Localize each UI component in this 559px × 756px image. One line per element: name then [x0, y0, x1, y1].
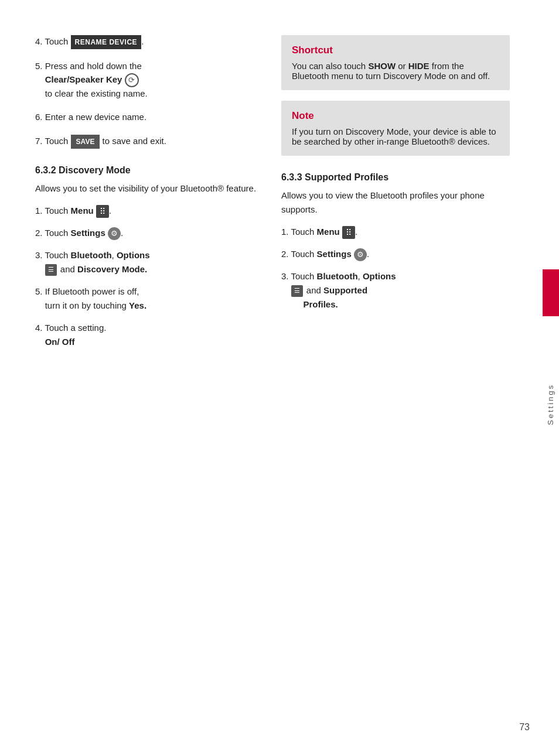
bluetooth-label-2: Bluetooth	[317, 271, 358, 281]
shortcut-body: You can also touch SHOW or HIDE from the…	[292, 61, 499, 81]
step-633-1: 1. Touch Menu .	[281, 225, 510, 239]
clear-speaker-key-icon	[125, 73, 139, 87]
step-633-2: 2. Touch Settings .	[281, 247, 510, 261]
step-num: 4. Touch a setting.	[35, 323, 106, 333]
save-button: SAVE	[71, 135, 100, 149]
settings-red-bar	[543, 269, 559, 316]
menu-icon-2	[342, 226, 355, 239]
show-label: SHOW	[368, 61, 396, 71]
on-off-label: On/ Off	[45, 337, 75, 347]
section-633-title: 6.3.3 Supported Profiles	[281, 172, 510, 183]
discovery-mode-label: Discovery Mode.	[77, 264, 147, 274]
section-632-title: 6.3.2 Discovery Mode	[35, 165, 264, 176]
menu-label-2: Menu	[317, 227, 340, 237]
step-7: 7. Touch SAVE to save and exit.	[35, 135, 264, 149]
settings-sidebar-label: Settings	[546, 384, 555, 425]
step7-suffix: to save and exit.	[100, 136, 166, 146]
step5-key-label: Clear/Speaker Key	[45, 74, 122, 84]
right-column: Shortcut You can also touch SHOW or HIDE…	[281, 35, 510, 721]
options-icon-2	[291, 285, 303, 297]
options-label-2: Options	[363, 271, 396, 281]
note-box: Note If you turn on Discovery Mode, your…	[281, 101, 510, 156]
shortcut-title: Shortcut	[292, 45, 499, 56]
shortcut-prefix: You can also touch	[292, 61, 368, 71]
step7-prefix: 7. Touch	[35, 136, 71, 146]
step-633-3: 3. Touch Bluetooth, Options and Supporte…	[281, 269, 510, 312]
settings-label-2: Settings	[317, 249, 352, 259]
step-num: 2. Touch	[35, 228, 71, 238]
shortcut-mid: or	[396, 61, 408, 71]
main-content: 4. Touch RENAME DEVICE. 5. Press and hol…	[0, 0, 559, 756]
step4-prefix: 4. Touch	[35, 36, 71, 46]
options-label: Options	[117, 250, 150, 260]
step-632-5: 5. If Bluetooth power is off, turn it on…	[35, 285, 264, 313]
step-632-4: 4. Touch a setting. On/ Off	[35, 321, 264, 349]
note-title: Note	[292, 110, 499, 122]
menu-icon	[96, 205, 109, 218]
yes-label: Yes.	[129, 300, 146, 310]
step-6: 6. Enter a new device name.	[35, 111, 264, 124]
settings-icon	[108, 227, 121, 240]
section-633-desc: Allows you to view the Bluetooth profile…	[281, 189, 510, 217]
hide-label: HIDE	[408, 61, 430, 71]
step-num: 3. Touch	[281, 271, 317, 281]
step5-text: 5. Press and hold down the	[35, 61, 142, 71]
step-632-1: 1. Touch Menu .	[35, 204, 264, 218]
settings-label: Settings	[71, 228, 105, 238]
step-num: 1. Touch	[281, 227, 317, 237]
rename-device-button: RENAME DEVICE	[71, 35, 142, 49]
page-number: 73	[519, 722, 530, 733]
vertical-settings-sidebar: Settings	[541, 176, 559, 639]
step-4: 4. Touch RENAME DEVICE.	[35, 35, 264, 49]
section-632-desc: Allows you to set the visibility of your…	[35, 182, 264, 196]
options-icon	[45, 264, 57, 276]
left-column: 4. Touch RENAME DEVICE. 5. Press and hol…	[35, 35, 264, 721]
menu-label: Menu	[71, 206, 94, 215]
step-num: 1. Touch	[35, 206, 71, 215]
step-num: 5. If Bluetooth power is off, turn it on…	[35, 286, 139, 310]
step-5: 5. Press and hold down the Clear/Speaker…	[35, 60, 264, 100]
note-body: If you turn on Discovery Mode, your devi…	[292, 126, 499, 146]
shortcut-box: Shortcut You can also touch SHOW or HIDE…	[281, 35, 510, 90]
step5-suffix: to clear the existing name.	[45, 88, 148, 98]
step-num: 2. Touch	[281, 249, 317, 259]
step-632-2: 2. Touch Settings .	[35, 226, 264, 240]
step4-suffix: .	[141, 36, 144, 46]
step6-text: 6. Enter a new device name.	[35, 112, 146, 122]
step-632-3: 3. Touch Bluetooth, Options and Discover…	[35, 248, 264, 276]
page-container: 4. Touch RENAME DEVICE. 5. Press and hol…	[0, 0, 559, 756]
bluetooth-label: Bluetooth	[71, 250, 112, 260]
settings-icon-2	[354, 248, 367, 261]
step-num: 3. Touch	[35, 250, 71, 260]
